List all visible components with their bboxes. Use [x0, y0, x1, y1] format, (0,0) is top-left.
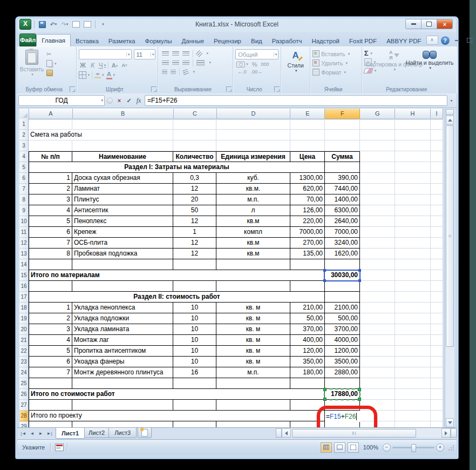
column-header-G[interactable]: G: [360, 109, 395, 119]
row-header-28[interactable]: 28: [19, 411, 29, 421]
row-header-5[interactable]: 5: [19, 162, 29, 173]
cell[interactable]: [325, 140, 360, 151]
cell[interactable]: [216, 140, 290, 151]
cell[interactable]: [431, 303, 443, 313]
normal-view-icon[interactable]: [321, 442, 332, 453]
scroll-up-icon[interactable]: [446, 116, 454, 125]
cell[interactable]: [431, 367, 443, 378]
cell[interactable]: 1200,00: [325, 346, 360, 357]
cell[interactable]: [290, 259, 325, 270]
cell[interactable]: [360, 227, 395, 238]
cell[interactable]: [395, 292, 431, 303]
cell[interactable]: [360, 270, 395, 281]
row-header-25[interactable]: 25: [19, 378, 29, 389]
cell[interactable]: [395, 227, 431, 238]
cell[interactable]: кв. м: [216, 357, 290, 367]
cell[interactable]: [29, 259, 72, 270]
ribbon-tab-Foxit PDF[interactable]: Foxit PDF: [344, 35, 382, 46]
cell[interactable]: [395, 335, 431, 346]
dialog-launcher-icon[interactable]: [151, 86, 157, 92]
next-sheet-icon[interactable]: ►: [37, 429, 45, 437]
cell[interactable]: Итого по стоимости работ: [29, 389, 325, 400]
split-handle[interactable]: [276, 428, 282, 438]
row-header-3[interactable]: 3: [19, 140, 29, 151]
cell[interactable]: [173, 140, 216, 151]
cell[interactable]: Смета на работы: [29, 130, 72, 140]
cell[interactable]: [431, 184, 443, 194]
cell[interactable]: 7: [29, 367, 72, 378]
cell[interactable]: [72, 259, 173, 270]
sheet-tab-Лист2[interactable]: Лист2: [83, 428, 111, 438]
cell[interactable]: 135,00: [290, 249, 325, 259]
cell[interactable]: [290, 281, 325, 292]
sheet-tab-Лист1[interactable]: Лист1: [56, 428, 85, 439]
cell[interactable]: [431, 249, 443, 259]
cell[interactable]: 350,00: [290, 357, 325, 367]
cell[interactable]: 7000,00: [290, 227, 325, 238]
cell[interactable]: [216, 130, 290, 140]
cell[interactable]: [395, 238, 431, 249]
ribbon-tab-Разработч[interactable]: Разработч: [267, 35, 307, 46]
cell[interactable]: [325, 421, 360, 427]
workbook-minimize-icon[interactable]: [452, 37, 462, 44]
ribbon-tab-Разметка[interactable]: Разметка: [104, 35, 140, 46]
insert-sheet-button[interactable]: [138, 428, 152, 438]
cell[interactable]: Пропитка антисептиком: [72, 346, 173, 357]
cell[interactable]: [290, 119, 325, 130]
ribbon-tab-Формулы[interactable]: Формулы: [140, 35, 177, 46]
cell[interactable]: 5: [29, 216, 72, 227]
row-header-29[interactable]: 29: [19, 421, 29, 427]
autosum-button[interactable]: Σ▾: [364, 50, 377, 57]
row-header-4[interactable]: 4: [19, 151, 29, 162]
cell[interactable]: кв. м: [216, 324, 290, 335]
cell[interactable]: 3: [29, 324, 72, 335]
row-header-19[interactable]: 19: [19, 313, 29, 324]
row-header-1[interactable]: 1: [19, 119, 29, 130]
cell[interactable]: [360, 259, 395, 270]
formula-input[interactable]: =F15+F26: [145, 95, 447, 106]
clear-button[interactable]: ▾: [364, 67, 377, 74]
cell[interactable]: кв. м: [216, 313, 290, 324]
cell[interactable]: [431, 292, 443, 303]
resize-grip[interactable]: [447, 444, 454, 451]
row-header-22[interactable]: 22: [19, 346, 29, 357]
cell[interactable]: 4000,00: [325, 335, 360, 346]
ribbon-tab-Главная[interactable]: Главная: [36, 34, 71, 46]
zoom-in-icon[interactable]: +: [436, 444, 444, 452]
cell[interactable]: Наименование: [72, 151, 173, 162]
cell[interactable]: [395, 324, 431, 335]
cell[interactable]: 370,00: [290, 324, 325, 335]
cell[interactable]: кв.м: [216, 238, 290, 249]
cell[interactable]: 2880,00: [325, 367, 360, 378]
editing-cell-F28[interactable]: =F15+F26: [325, 411, 361, 422]
vertical-scrollbar[interactable]: [445, 109, 454, 427]
cell[interactable]: куб.: [216, 173, 290, 184]
cell[interactable]: [290, 400, 325, 411]
close-button[interactable]: ×: [437, 19, 453, 29]
cell[interactable]: [431, 119, 443, 130]
cell[interactable]: [395, 346, 431, 357]
cell[interactable]: 2100,00: [325, 303, 360, 313]
cell[interactable]: 620,00: [290, 184, 325, 194]
cell[interactable]: [72, 281, 173, 292]
cell[interactable]: [431, 411, 443, 421]
cell[interactable]: 3700,00: [325, 324, 360, 335]
restore-button[interactable]: [421, 19, 437, 29]
vertical-scroll-thumb[interactable]: [446, 125, 454, 347]
insert-function-icon[interactable]: fx: [134, 96, 144, 105]
cell[interactable]: ОСБ-плита: [72, 238, 173, 249]
page-layout-view-icon[interactable]: [334, 442, 345, 453]
last-sheet-icon[interactable]: ►|: [45, 429, 53, 437]
cell[interactable]: 1: [29, 303, 72, 313]
cell[interactable]: 6: [29, 357, 72, 367]
cell[interactable]: 6: [29, 227, 72, 238]
cell[interactable]: [360, 184, 395, 194]
cell[interactable]: [431, 313, 443, 324]
cell[interactable]: 2640,00: [325, 216, 360, 227]
cell[interactable]: [395, 389, 431, 400]
cell[interactable]: [431, 324, 443, 335]
cell[interactable]: [290, 378, 325, 389]
cell[interactable]: Антисептик: [72, 205, 173, 216]
cell[interactable]: кв.м: [216, 216, 290, 227]
cell[interactable]: [395, 400, 431, 411]
